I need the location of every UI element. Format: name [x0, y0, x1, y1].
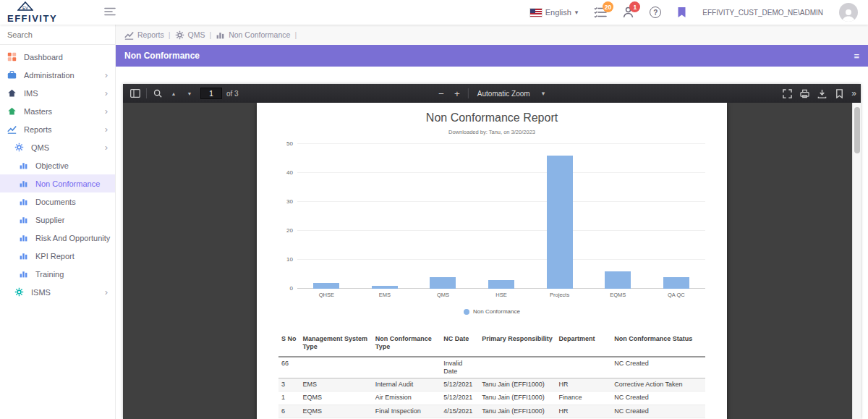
page-count-label: of 3 — [226, 90, 239, 98]
arrow-down-icon: ▼ — [187, 91, 192, 96]
breadcrumb-label: Non Conformance — [229, 30, 290, 39]
print-button[interactable] — [796, 86, 812, 101]
sidebar-item-isms[interactable]: ISMS› — [0, 283, 115, 301]
sidebar-item-non-conformance[interactable]: Non Conformance — [0, 174, 115, 192]
sidebar-item-dashboard[interactable]: Dashboard — [0, 48, 115, 66]
avatar-person-icon — [841, 8, 856, 22]
previous-page-button[interactable]: ▲ — [166, 86, 182, 101]
table-cell: Invalid Date — [441, 357, 479, 378]
alerts-button[interactable]: 1 — [623, 7, 634, 18]
sidebar-item-label: ISMS — [31, 288, 51, 297]
table-cell: Finance — [556, 392, 611, 405]
table-cell: HR — [556, 378, 611, 392]
table-header-cell: Primary Responsibility — [479, 332, 556, 357]
breadcrumb-separator: | — [169, 30, 171, 39]
y-tick-label: 40 — [286, 169, 293, 176]
table-header-cell: Management System Type — [300, 332, 373, 357]
y-tick-label: 0 — [290, 285, 293, 292]
breadcrumb-item[interactable]: QMS — [175, 30, 205, 40]
bar-slot — [589, 144, 647, 289]
menu-toggle-icon[interactable] — [104, 6, 116, 19]
tools-menu-button[interactable]: » — [851, 88, 856, 98]
sidebar-item-kpi-report[interactable]: KPI Report — [0, 247, 115, 265]
sidebar-item-training[interactable]: Training — [0, 265, 115, 283]
zoom-in-button[interactable]: + — [449, 86, 465, 101]
download-button[interactable] — [814, 86, 830, 101]
breadcrumb-separator: | — [294, 30, 297, 39]
arrow-up-icon: ▲ — [171, 91, 176, 96]
sidebar-search — [0, 25, 115, 45]
pdf-viewport[interactable]: Non Conformance Report Downloaded by: Ta… — [123, 103, 861, 419]
chevron-right-icon: › — [105, 143, 108, 152]
sidebar-item-label: Masters — [24, 107, 52, 116]
y-tick-label: 10 — [286, 256, 293, 263]
sidebar-toggle-button[interactable] — [127, 86, 143, 101]
table-header-cell: Department — [556, 332, 611, 357]
table-cell — [479, 357, 556, 378]
chart-legend: Non Conformance — [278, 308, 705, 315]
zoom-out-button[interactable]: − — [433, 86, 449, 101]
pdf-page: Non Conformance Report Downloaded by: Ta… — [257, 103, 727, 419]
table-cell: Tanu Jain (EFFI1000) — [479, 392, 556, 405]
help-icon[interactable]: ? — [650, 7, 661, 18]
bar-slot — [647, 144, 705, 289]
tasks-button[interactable]: 20 — [594, 7, 607, 18]
viewer-scrollbar[interactable] — [852, 103, 861, 419]
table-cell: Corrective Action Taken — [611, 378, 705, 392]
table-header-cell: NC Date — [441, 332, 479, 357]
toolbar-divider — [146, 88, 147, 98]
table-row: 3EMSInternal Audit5/12/2021Tanu Jain (EF… — [278, 378, 705, 392]
sidebar-item-reports[interactable]: Reports› — [0, 120, 115, 138]
brand-logo[interactable]: EV EFFIVITY — [7, 1, 93, 23]
legend-label: Non Conformance — [473, 308, 520, 315]
table-cell: NC Created — [611, 357, 705, 378]
briefcase-icon — [7, 70, 18, 80]
sidebar-item-administration[interactable]: Administration› — [0, 66, 115, 84]
bar-qms — [430, 277, 456, 289]
page-header-menu-icon[interactable]: ≡ — [854, 51, 859, 62]
bookmark-button[interactable] — [677, 7, 686, 18]
table-row: 1EQMSAir Emission5/12/2021Tanu Jain (EFF… — [278, 392, 705, 405]
report-subtitle: Downloaded by: Tanu, on 3/20/2023 — [278, 129, 705, 135]
table-cell: Tanu Jain (EFFI1000) — [479, 405, 556, 418]
bar-slot — [530, 144, 589, 289]
sidebar-item-label: Dashboard — [24, 53, 63, 62]
presentation-mode-button[interactable] — [779, 86, 795, 101]
bookmark-icon — [835, 89, 843, 98]
bar-chart-icon — [216, 30, 225, 40]
current-view-button[interactable] — [831, 86, 847, 101]
sidebar-item-objective[interactable]: Objective — [0, 156, 115, 174]
dashboard-icon — [7, 52, 18, 62]
sidebar-item-qms[interactable]: QMS› — [0, 138, 115, 156]
table-cell: 5/12/2021 — [441, 392, 479, 405]
bar-eqms — [605, 271, 631, 289]
chevron-right-icon: › — [105, 124, 108, 134]
sidebar-item-documents[interactable]: Documents — [0, 192, 115, 211]
bar-chart-icon — [19, 215, 30, 225]
home-icon — [7, 106, 18, 117]
sidebar-item-supplier[interactable]: Supplier — [0, 211, 115, 229]
sidebar-item-ims[interactable]: IMS› — [0, 84, 115, 102]
bar-ems — [372, 286, 398, 289]
sidebar-item-risk-and-opportunity[interactable]: Risk And Opportunity — [0, 229, 115, 247]
zoom-select[interactable]: Automatic Zoom ▾ — [472, 88, 550, 99]
bar-qa-qc — [663, 277, 689, 289]
table-cell: NC Created — [611, 392, 705, 405]
search-input[interactable] — [7, 30, 110, 39]
x-tick-label: QMS — [414, 292, 472, 298]
next-page-button[interactable]: ▼ — [182, 86, 197, 101]
table-cell: 4/15/2021 — [441, 405, 479, 418]
language-selector[interactable]: English ▾ — [530, 8, 579, 17]
sidebar-item-label: Risk And Opportunity — [35, 234, 110, 242]
breadcrumb-item[interactable]: Reports — [124, 30, 164, 40]
find-button[interactable] — [150, 86, 166, 101]
chart-bars — [297, 144, 705, 289]
page-number-input[interactable] — [200, 88, 222, 99]
avatar[interactable] — [839, 3, 858, 22]
scrollbar-thumb[interactable] — [854, 107, 860, 153]
breadcrumb-item[interactable]: Non Conformance — [216, 30, 290, 40]
sidebar-item-masters[interactable]: Masters› — [0, 102, 115, 120]
report-table: S NoManagement System TypeNon Conformanc… — [278, 332, 705, 419]
bar-slot — [414, 144, 472, 289]
chevron-down-icon: ▾ — [575, 9, 579, 16]
